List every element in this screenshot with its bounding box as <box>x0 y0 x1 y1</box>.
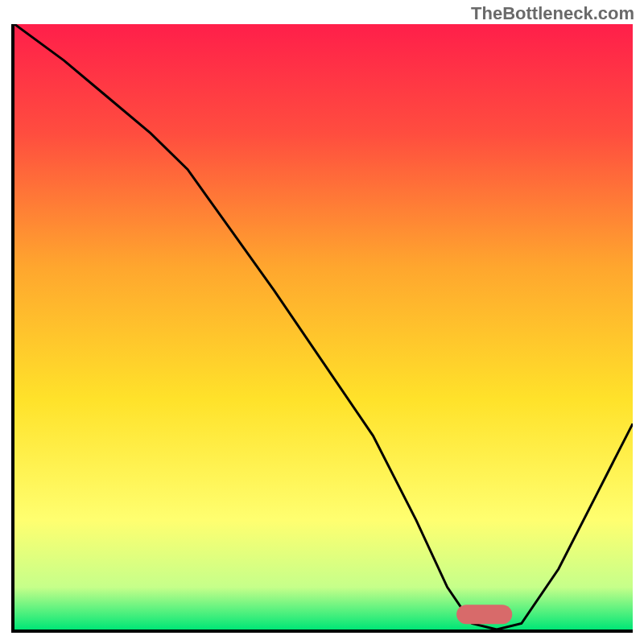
gradient-background <box>14 24 633 630</box>
optimum-marker <box>456 605 512 624</box>
chart-axes-frame <box>11 24 633 633</box>
watermark-text: TheBottleneck.com <box>471 3 634 24</box>
chart-plot-area <box>14 24 633 630</box>
